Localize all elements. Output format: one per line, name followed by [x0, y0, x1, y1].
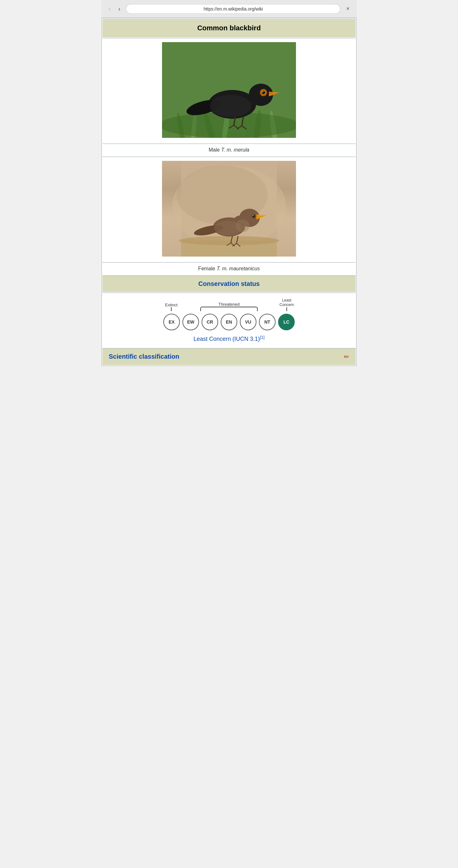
iucn-en[interactable]: EN	[221, 314, 237, 330]
least-concern-link[interactable]: Least Concern	[194, 336, 231, 342]
back-button[interactable]: ‹	[106, 4, 112, 14]
male-bird-image	[162, 42, 296, 138]
svg-point-37	[241, 223, 243, 225]
iucn-diagram: Extinct Threatened Least Concer	[109, 298, 349, 342]
iucn-ex[interactable]: EX	[163, 314, 180, 330]
iucn-lc[interactable]: LC	[278, 314, 295, 330]
edit-pencil-icon[interactable]: ✏	[344, 353, 349, 361]
iucn-vu[interactable]: VU	[240, 314, 256, 330]
iucn-nt[interactable]: NT	[259, 314, 275, 330]
svg-point-40	[243, 228, 244, 230]
article: Common blackbird	[101, 18, 357, 366]
iucn-ew[interactable]: EW	[183, 314, 199, 330]
female-bird-image-cell	[102, 157, 356, 262]
iucn-circles-row: EX EW CR EN VU NT LC	[163, 314, 295, 330]
iucn-version-link[interactable]: (IUCN 3.1)	[232, 336, 260, 342]
iucn-status-text-row: Least Concern (IUCN 3.1)[1]	[194, 335, 265, 342]
svg-point-38	[244, 226, 246, 227]
conservation-status-header: Conservation status	[102, 275, 356, 292]
extinct-label: Extinct	[162, 303, 181, 311]
svg-point-36	[236, 220, 250, 232]
conservation-status-cell: Extinct Threatened Least Concer	[102, 292, 356, 347]
svg-point-23	[262, 91, 265, 94]
threatened-brace	[200, 307, 258, 311]
female-bird-image	[162, 161, 296, 256]
female-caption: Female T. m. mauretanicus	[102, 262, 356, 275]
threatened-label: Threatened	[197, 302, 261, 311]
infobox: Common blackbird	[101, 18, 357, 366]
infobox-title: Common blackbird	[102, 19, 356, 37]
male-caption: Male T. m. merula	[102, 144, 356, 156]
iucn-cr[interactable]: CR	[202, 314, 218, 330]
male-bird-svg	[162, 42, 296, 138]
svg-point-50	[252, 215, 255, 218]
female-bird-svg	[162, 161, 296, 256]
close-button[interactable]: ×	[344, 4, 352, 13]
svg-point-24	[262, 91, 263, 93]
conservation-status-link[interactable]: Conservation status	[198, 280, 260, 287]
browser-bar: ‹ › https://en.m.wikipedia.org/wiki ×	[101, 0, 357, 18]
url-bar[interactable]: https://en.m.wikipedia.org/wiki	[126, 4, 340, 14]
iucn-ref-link[interactable]: [1]	[260, 335, 264, 340]
svg-point-39	[240, 226, 241, 227]
lc-tick	[286, 307, 287, 311]
forward-button[interactable]: ›	[117, 4, 123, 14]
scientific-classification-link[interactable]: Scientific classification	[109, 353, 179, 360]
svg-point-13	[210, 95, 251, 117]
male-bird-image-cell	[102, 38, 356, 143]
least-concern-label: Least Concern	[277, 298, 296, 311]
extinct-tick	[171, 307, 172, 311]
svg-point-51	[253, 215, 254, 216]
scientific-classification-header: Scientific classification ✏	[102, 348, 356, 365]
